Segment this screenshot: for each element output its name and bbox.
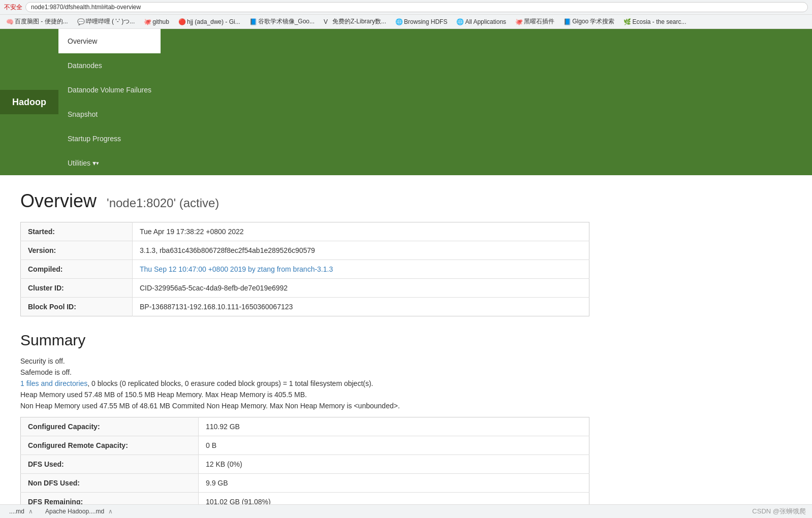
bookmark-label: Glgoo 学术搜索 [572,17,614,26]
bookmark-item[interactable]: 📘谷歌学术镜像_Goo... [247,16,317,27]
bookmark-item[interactable]: 🐙github [142,17,171,26]
info-row: Block Pool ID:BP-136887131-192.168.10.11… [21,298,589,316]
bookmark-icon: 💬 [77,18,84,25]
summary-row: Configured Remote Capacity:0 B [21,436,589,455]
bookmark-label: 百度脑图 - 便捷的... [15,17,68,26]
main-content: Overview 'node1:8020' (active) Started:T… [0,175,610,518]
summary-row: Configured Capacity:110.92 GB [21,417,589,436]
tab-label: ....md [9,508,24,515]
info-row: Compiled:Thu Sep 12 10:47:00 +0800 2019 … [21,260,589,279]
info-value: Thu Sep 12 10:47:00 +0800 2019 by ztang … [133,260,589,279]
info-value: CID-329956a5-5cac-4da9-8efb-de7e019e6992 [133,279,589,298]
nav-item-datanodes[interactable]: Datanodes [58,53,161,78]
summary-label: DFS Used: [21,455,199,474]
bookmark-icon: 🐙 [515,18,522,25]
info-label: Started: [21,222,133,241]
info-label: Compiled: [21,260,133,279]
bookmark-icon: V [324,18,331,25]
info-row: Version:3.1.3, rba631c436b806728f8ec2f54… [21,241,589,260]
summary-line: 1 files and directories, 0 blocks (0 rep… [20,379,589,387]
summary-line: Safemode is off. [20,368,589,376]
bookmark-label: 免费的Z-Library数... [332,17,386,26]
bookmark-icon: 📘 [564,18,571,25]
bottom-tabs: ....md∧Apache Hadoop....md∧ [6,507,116,516]
nav-item-overview[interactable]: Overview [58,29,161,53]
bottom-right-text: CSDN @张蛳饿爬 [752,507,806,516]
page-subtitle: 'node1:8020' (active) [107,196,219,210]
nav-items: OverviewDatanodesDatanode Volume Failure… [58,29,161,175]
summary-label: Configured Capacity: [21,417,199,436]
bottom-tab[interactable]: Apache Hadoop....md∧ [42,507,116,516]
summary-value: 0 B [199,436,589,455]
summary-label: Configured Remote Capacity: [21,436,199,455]
bookmark-item[interactable]: 💬哔哩哔哩 ( '-' )つ... [75,16,137,27]
nav-item-snapshot[interactable]: Snapshot [58,102,161,126]
bookmark-icon: 🌐 [395,18,402,25]
bottom-bar: ....md∧Apache Hadoop....md∧ CSDN @张蛳饿爬 [0,504,812,518]
summary-table: Configured Capacity:110.92 GBConfigured … [20,417,589,518]
nav-brand: Hadoop [0,90,58,114]
info-label: Version: [21,241,133,260]
browser-bar: 不安全 node1:9870/dfshealth.html#tab-overvi… [0,0,812,15]
bookmark-item[interactable]: 🧠百度脑图 - 便捷的... [4,16,70,27]
bookmark-item[interactable]: 🌐All Applications [454,17,508,26]
info-table: Started:Tue Apr 19 17:38:22 +0800 2022Ve… [20,222,589,316]
nav-item-datanode-volume-failures[interactable]: Datanode Volume Failures [58,78,161,102]
bookmark-label: All Applications [465,18,506,25]
summary-lines: Security is off.Safemode is off.1 files … [20,357,589,410]
bookmark-icon: 🧠 [6,18,13,25]
summary-value: 110.92 GB [199,417,589,436]
nav-item-utilities[interactable]: Utilities ▾ [58,151,161,175]
bookmark-label: 哔哩哔哩 ( '-' )つ... [86,17,135,26]
insecure-label: 不安全 [4,3,22,12]
info-label: Block Pool ID: [21,298,133,316]
summary-link[interactable]: 1 files and directories [20,379,87,387]
bookmarks-bar: 🧠百度脑图 - 便捷的...💬哔哩哔哩 ( '-' )つ...🐙github🔴h… [0,15,812,29]
bookmark-label: 黑曜石插件 [524,17,554,26]
tab-close-icon[interactable]: ∧ [28,508,33,515]
bookmark-item[interactable]: 🌐Browsing HDFS [393,17,449,26]
bookmark-label: 谷歌学术镜像_Goo... [258,17,315,26]
summary-label: Non DFS Used: [21,474,199,493]
bottom-tab[interactable]: ....md∧ [6,507,36,516]
bookmark-icon: 🔴 [178,18,185,25]
summary-value: 12 KB (0%) [199,455,589,474]
bookmark-icon: 🌿 [623,18,631,25]
nav-item-startup-progress[interactable]: Startup Progress [58,126,161,151]
summary-row: DFS Used:12 KB (0%) [21,455,589,474]
summary-line: Heap Memory used 57.48 MB of 150.5 MB He… [20,391,589,399]
bookmark-item[interactable]: 🐙黑曜石插件 [513,16,556,27]
bookmark-label: Browsing HDFS [404,18,447,25]
url-bar[interactable]: node1:9870/dfshealth.html#tab-overview [25,2,808,12]
main-nav: Hadoop OverviewDatanodesDatanode Volume … [0,29,812,175]
tab-label: Apache Hadoop....md [45,508,104,515]
info-row: Cluster ID:CID-329956a5-5cac-4da9-8efb-d… [21,279,589,298]
bookmark-item[interactable]: V免费的Z-Library数... [322,16,388,27]
bookmark-label: hjj (ada_dwe) - Gi... [187,18,240,25]
info-value: BP-136887131-192.168.10.111-165036006712… [133,298,589,316]
info-row: Started:Tue Apr 19 17:38:22 +0800 2022 [21,222,589,241]
bookmark-item[interactable]: 📘Glgoo 学术搜索 [561,16,616,27]
bookmark-label: Ecosia - the searc... [632,18,686,25]
info-value: Tue Apr 19 17:38:22 +0800 2022 [133,222,589,241]
bookmark-label: github [152,18,169,25]
summary-title: Summary [20,332,589,349]
bookmark-icon: 🌐 [456,18,463,25]
bookmark-icon: 📘 [249,18,257,25]
summary-line: Non Heap Memory used 47.55 MB of 48.61 M… [20,402,589,410]
summary-line: Security is off. [20,357,589,365]
bookmark-item[interactable]: 🌿Ecosia - the searc... [621,17,688,26]
summary-value: 9.9 GB [199,474,589,493]
info-value: 3.1.3, rba631c436b806728f8ec2f54ab1e2895… [133,241,589,260]
bookmark-item[interactable]: 🔴hjj (ada_dwe) - Gi... [176,17,242,26]
summary-row: Non DFS Used:9.9 GB [21,474,589,493]
tab-close-icon[interactable]: ∧ [108,508,113,515]
bookmark-icon: 🐙 [144,18,151,25]
page-title: Overview 'node1:8020' (active) [20,190,589,212]
info-link[interactable]: Thu Sep 12 10:47:00 +0800 2019 by ztang … [140,265,333,273]
info-label: Cluster ID: [21,279,133,298]
